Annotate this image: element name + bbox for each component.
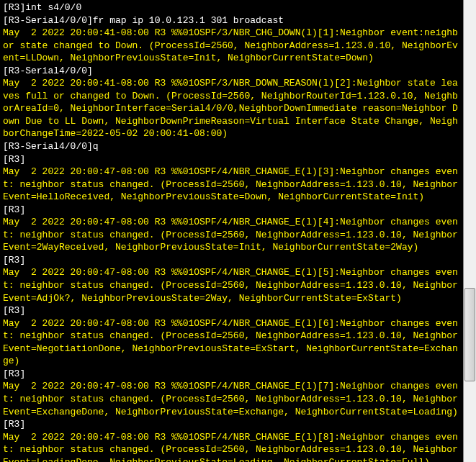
log-line: May 2 2022 20:00:47-08:00 R3 %%01OSPF/4/… bbox=[3, 266, 460, 304]
prompt-line: [R3] bbox=[3, 204, 460, 217]
prompt-line: [R3] bbox=[3, 153, 460, 166]
prompt-line: [R3-Serial4/0/0]fr map ip 10.0.123.1 301… bbox=[3, 14, 460, 27]
prompt-line: [R3]int s4/0/0 bbox=[3, 1, 460, 14]
prompt-line: [R3] bbox=[3, 368, 460, 381]
prompt-line: [R3-Serial4/0/0] bbox=[3, 65, 460, 78]
prompt-line: [R3] bbox=[3, 418, 460, 431]
log-line: May 2 2022 20:00:47-08:00 R3 %%01OSPF/4/… bbox=[3, 317, 460, 368]
log-line: May 2 2022 20:00:47-08:00 R3 %%01OSPF/4/… bbox=[3, 380, 460, 418]
terminal-output[interactable]: [R3]int s4/0/0[R3-Serial4/0/0]fr map ip … bbox=[0, 0, 463, 462]
prompt-line: [R3] bbox=[3, 304, 460, 317]
log-line: May 2 2022 20:00:47-08:00 R3 %%01OSPF/4/… bbox=[3, 216, 460, 254]
log-line: May 2 2022 20:00:47-08:00 R3 %%01OSPF/4/… bbox=[3, 431, 460, 462]
scrollbar-track[interactable] bbox=[463, 0, 476, 462]
prompt-line: [R3] bbox=[3, 254, 460, 267]
log-line: May 2 2022 20:00:41-08:00 R3 %%01OSPF/3/… bbox=[3, 27, 460, 65]
log-line: May 2 2022 20:00:41-08:00 R3 %%01OSPF/3/… bbox=[3, 77, 460, 140]
log-line: May 2 2022 20:00:47-08:00 R3 %%01OSPF/4/… bbox=[3, 166, 460, 204]
scrollbar-thumb[interactable] bbox=[464, 288, 475, 381]
prompt-line: [R3-Serial4/0/0]q bbox=[3, 140, 460, 153]
